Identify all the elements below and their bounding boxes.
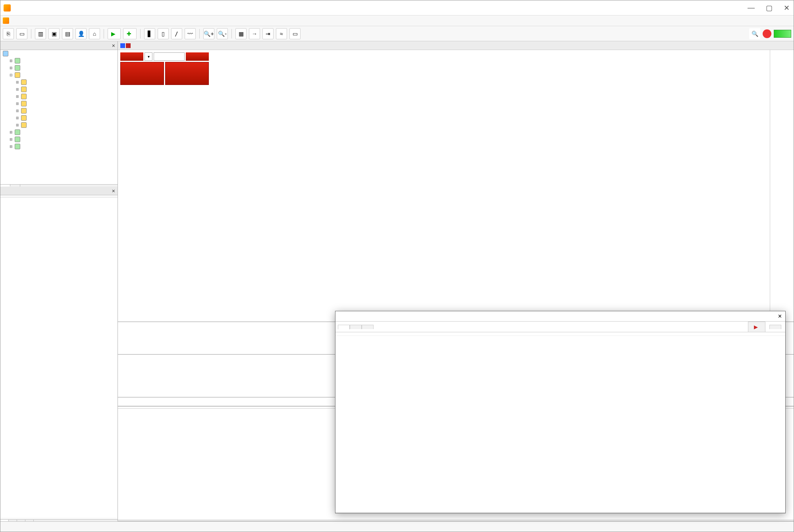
buy-panel[interactable] [165, 62, 209, 85]
close-icon[interactable]: ✕ [784, 4, 790, 12]
tree-item[interactable]: ⊞ [0, 57, 118, 64]
tb-profiles-icon[interactable]: ▭ [16, 28, 27, 39]
menu-view[interactable] [24, 20, 37, 21]
tree-root[interactable] [0, 50, 118, 57]
tb-tick-chart-icon[interactable]: 〰 [185, 28, 196, 39]
tb-shift-icon[interactable]: → [249, 28, 260, 39]
tree-item[interactable]: ⊟ [0, 71, 118, 79]
menu-insert[interactable] [37, 20, 50, 21]
tree-item[interactable]: ⊞ [0, 100, 118, 107]
tree-item[interactable]: ⊞ [0, 93, 118, 100]
toolbox-window[interactable]: ✕ ▶ [335, 311, 786, 513]
neworder-button[interactable]: ✚ [123, 28, 137, 39]
navigator-title: × [0, 41, 118, 50]
sell-tab[interactable] [120, 52, 143, 61]
sell-panel[interactable] [120, 62, 164, 85]
flag-eu-icon [120, 43, 125, 48]
tb-toolbox-icon[interactable]: ▤ [62, 28, 73, 39]
connection-status-icon [774, 30, 791, 38]
tree-item[interactable]: ⊞ [0, 129, 118, 136]
marketwatch-list [0, 197, 118, 518]
menu-window[interactable] [75, 20, 88, 21]
tb-indicators-icon[interactable]: ≈ [276, 28, 287, 39]
toolbar: ⎘ ▭ ▥ ▣ ▤ 👤 ⌂ ▶ ✚ ▋ ▯ 〳 〰 🔍+ 🔍- ▦ → ⇥ ≈ … [0, 26, 794, 41]
tb-zoomout-icon[interactable]: 🔍- [217, 28, 228, 39]
title-bar: — ▢ ✕ [0, 0, 794, 15]
navigator-tree: ⊞ ⊞ ⊟ ⊞ ⊞ ⊞ ⊞ ⊞ ⊞ ⊞ ⊞ ⊞ ⊞ [0, 50, 118, 184]
tree-item[interactable]: ⊞ [0, 79, 118, 86]
buy-tab[interactable] [186, 52, 209, 61]
minimize-icon[interactable]: — [748, 4, 755, 12]
tree-item[interactable]: ⊞ [0, 121, 118, 129]
tb-scroll-icon[interactable]: ⇥ [262, 28, 274, 39]
menu-help[interactable] [88, 20, 100, 21]
chart-header [118, 41, 794, 50]
tb-line-chart-icon[interactable]: 〳 [171, 28, 182, 39]
balance-link[interactable] [769, 325, 781, 329]
menu-file[interactable] [12, 20, 24, 21]
toolbox-tab-main[interactable] [338, 325, 350, 330]
marketwatch-title: × [0, 187, 118, 195]
tb-zoomin-icon[interactable]: 🔍+ [203, 28, 214, 39]
menu-tools[interactable] [62, 20, 75, 21]
tree-item[interactable]: ⊞ [0, 143, 118, 150]
tb-bar-chart-icon[interactable]: ▋ [144, 28, 155, 39]
tb-tile-icon[interactable]: ▦ [235, 28, 247, 39]
toolbox-tab-favorites[interactable] [350, 325, 362, 329]
tree-item[interactable]: ⊞ [0, 64, 118, 71]
status-bar [0, 521, 794, 532]
toolbox-close-icon[interactable]: ✕ [778, 313, 782, 319]
price-axis [770, 50, 794, 322]
tb-new-chart-icon[interactable]: ⎘ [3, 28, 14, 39]
sell-dropdown-icon[interactable]: ▾ [145, 52, 152, 61]
tb-candle-icon[interactable]: ▯ [158, 28, 169, 39]
tb-navigator-icon[interactable]: ▣ [48, 28, 60, 39]
menu-charts[interactable] [50, 20, 62, 21]
tb-account-icon[interactable]: 👤 [75, 28, 87, 39]
autotrading-button[interactable]: ▶ [108, 28, 121, 39]
toolbox-tab-mystats[interactable] [362, 325, 374, 329]
app-small-icon [3, 17, 9, 24]
chart-main[interactable]: ▾ [118, 50, 794, 322]
notification-badge[interactable] [763, 29, 771, 38]
tree-item[interactable]: ⊞ [0, 136, 118, 143]
tree-item[interactable]: ⊞ [0, 114, 118, 121]
signals-header [335, 332, 785, 336]
tb-marketwatch-icon[interactable]: ▥ [35, 28, 46, 39]
toolbox-bottom-tabs [335, 513, 785, 513]
tree-item[interactable]: ⊞ [0, 107, 118, 114]
lot-input[interactable] [154, 52, 185, 61]
signals-list [335, 336, 785, 513]
tb-templates-icon[interactable]: ▭ [289, 28, 301, 39]
tree-item[interactable]: ⊞ [0, 86, 118, 93]
marketwatch-close-icon[interactable]: × [112, 188, 115, 194]
video-link[interactable]: ▶ [748, 322, 765, 332]
flag-us-icon [126, 43, 131, 48]
menu-bar [0, 15, 794, 26]
navigator-close-icon[interactable]: × [112, 42, 115, 49]
toolbox-top-tabs: ▶ [335, 322, 785, 332]
maximize-icon[interactable]: ▢ [766, 4, 773, 12]
search-icon[interactable]: 🔍 [749, 28, 760, 39]
tb-ide-icon[interactable]: ⌂ [89, 28, 100, 39]
app-icon [4, 4, 11, 12]
